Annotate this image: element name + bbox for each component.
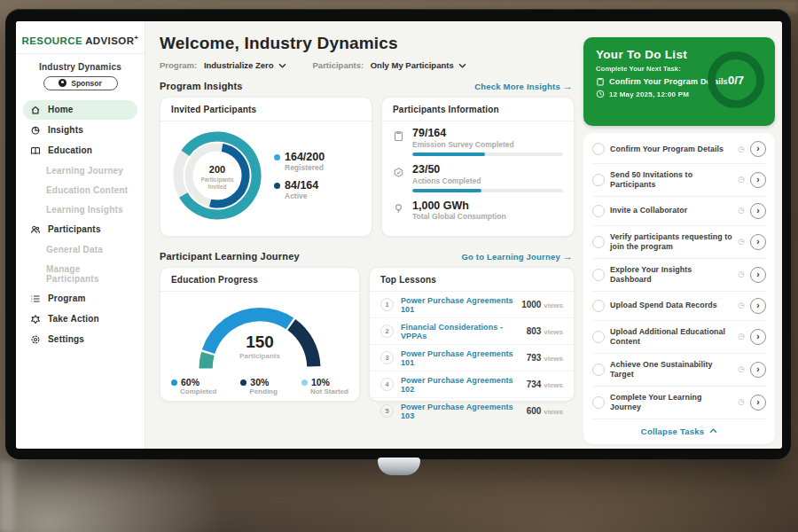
todo-progress-value: 0/7 [728,74,744,87]
task-chevron-button[interactable]: › [750,203,766,219]
monitor-stand [378,458,420,475]
sidebar-item-home[interactable]: Home [23,100,137,120]
task-chevron-button[interactable]: › [750,298,766,314]
task-label: Explore Your Insights Dashboard [610,265,732,285]
task-label: Upload Additional Educational Content [610,327,732,347]
task-row[interactable]: Explore Your Insights Dashboard ◷ › [592,259,766,292]
education-icon [30,145,41,156]
participants-icon [30,224,41,235]
actions-icon [393,167,404,178]
task-row[interactable]: Send 50 Invitations to Participants ◷ › [592,164,766,197]
gauge-center-label: Participants [176,352,344,360]
org-name: Industry Dynamics [16,62,145,72]
task-row[interactable]: Confirm Your Program Details ◷ › [592,135,766,164]
task-chevron-button[interactable]: › [750,172,766,188]
task-chevron-button[interactable]: › [750,362,766,378]
sidebar-item-learning-journey[interactable]: Learning Journey [23,161,137,180]
registered-dot [274,154,280,160]
task-checkbox[interactable] [592,300,605,312]
sidebar-item-learning-insights[interactable]: Learning Insights [23,200,137,219]
lesson-row: 3 Power Purchase Agreements 101 793 view… [370,345,574,372]
participants-information-card: Participants Information 79/164 Emission… [381,97,575,237]
task-row[interactable]: Upload Additional Educational Content ◷ … [592,321,766,354]
sidebar-item-label: Education Content [46,185,128,195]
views-label: views [544,355,563,363]
sidebar-item-label: Take Action [48,314,99,324]
task-checkbox[interactable] [592,396,605,409]
sponsor-label: Sponsor [71,79,101,88]
sidebar-item-program[interactable]: Program [23,289,137,309]
go-to-learning-journey-link[interactable]: Go to Learning Journey → [461,252,573,262]
collapse-tasks-link[interactable]: Collapse Tasks [592,419,766,442]
lesson-link[interactable]: Power Purchase Agreements 102 [401,376,520,394]
lesson-views: 734 [527,379,542,389]
sidebar-nav: Home Insights Education Learning Journey… [16,98,145,352]
program-filter-select[interactable]: Industrialize Zero [204,60,286,70]
pinfo-card-title: Participants Information [382,98,574,121]
stat-value: 79/164 [412,128,563,140]
task-checkbox[interactable] [592,143,605,155]
task-chevron-button[interactable]: › [750,329,766,345]
stat-consumption: 1,000 GWh Total Global Consumption [382,194,574,227]
lesson-rank: 2 [380,325,394,338]
chevron-down-icon [278,63,286,68]
task-chevron-button[interactable]: › [750,234,766,250]
check-more-insights-link[interactable]: Check More Insights → [474,82,573,91]
sidebar-item-label: Participants [48,224,101,234]
task-chevron-button[interactable]: › [750,141,766,157]
task-row[interactable]: Invite a Collaborator ◷ › [592,197,766,226]
lesson-link[interactable]: Power Purchase Agreements 101 [401,349,520,367]
sidebar-item-label: Learning Journey [46,166,123,176]
program-filter-label: Program: [160,60,197,70]
lesson-link[interactable]: Power Purchase Agreements 103 [401,403,520,420]
task-row[interactable]: Complete Your Learning Journey ◷ › [592,387,766,419]
sidebar-item-label: Home [48,105,74,114]
lesson-row: 4 Power Purchase Agreements 102 734 view… [370,372,574,398]
sidebar-item-education[interactable]: Education [23,141,137,160]
participants-filter-select[interactable]: Only My Participants [371,60,466,70]
todo-progress-ring: 0/7 [708,51,764,108]
completed-label: Completed [180,387,216,395]
lesson-link[interactable]: Power Purchase Agreements 101 [401,296,514,314]
sidebar-item-label: General Data [46,245,103,254]
stat-label: Emission Survey Completed [412,140,563,149]
task-chevron-button[interactable]: › [750,267,766,283]
sidebar-item-take-action[interactable]: Take Action [23,309,137,329]
lesson-rank: 3 [380,351,394,364]
task-info-icon: ◷ [738,145,745,153]
pending-dot [240,379,246,386]
sidebar-item-general-data[interactable]: General Data [23,240,137,259]
task-checkbox[interactable] [592,331,605,343]
sponsor-badge[interactable]: Sponsor [43,76,118,90]
legend-pending: 30% Pending [240,377,278,395]
task-checkbox[interactable] [592,269,605,281]
task-checkbox[interactable] [592,205,605,217]
sidebar-item-label: Education [48,145,92,155]
task-checkbox[interactable] [592,236,605,248]
task-row[interactable]: Achieve One Sustainability Target ◷ › [592,354,766,387]
gauge-center-value: 150 [176,332,344,352]
task-chevron-button[interactable]: › [750,395,766,411]
chevron-up-icon [709,428,717,434]
sidebar-item-manage-participants[interactable]: Manage Participants [23,260,137,288]
stat-emission-survey: 79/164 Emission Survey Completed [382,121,574,158]
sidebar-item-insights[interactable]: Insights [23,121,137,140]
task-row[interactable]: Upload Spend Data Records ◷ › [592,292,766,321]
chevron-down-icon [458,63,466,68]
education-legend: 60% Completed 30% Pending 10% Not Starte… [160,375,359,395]
dashboard-screen: RESOURCE ADVISOR+ Industry Dynamics Spon… [16,21,782,449]
sidebar-item-settings[interactable]: Settings [23,330,137,349]
task-checkbox[interactable] [592,364,605,376]
sidebar-item-education-content[interactable]: Education Content [23,181,137,200]
insights-icon [30,125,41,136]
sidebar-item-participants[interactable]: Participants [23,220,137,239]
participants-filter-value: Only My Participants [371,60,454,70]
pending-label: Pending [249,387,278,395]
task-checkbox[interactable] [592,174,605,186]
lesson-row: 2 Financial Considerations - VPPAs 803 v… [370,318,574,345]
lesson-rank: 4 [380,378,394,391]
task-row[interactable]: Verify participants requesting to join t… [592,226,766,259]
active-label: Active [285,192,325,200]
task-info-icon: ◷ [738,238,745,246]
lesson-link[interactable]: Financial Considerations - VPPAs [401,323,520,340]
